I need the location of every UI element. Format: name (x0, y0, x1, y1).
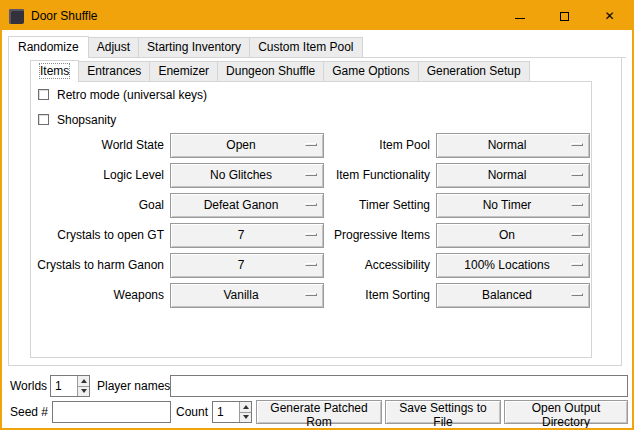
app-icon (9, 9, 24, 24)
tab-dungeon-shuffle[interactable]: Dungeon Shuffle (217, 61, 324, 81)
dropdown-indicator-icon (571, 293, 583, 296)
item-pool-label: Item Pool (320, 133, 430, 158)
worlds-spin-down-button[interactable] (77, 386, 89, 397)
dropdown-indicator-icon (305, 233, 317, 236)
worlds-spin-up-button[interactable] (77, 376, 89, 386)
dropdown-indicator-icon (305, 293, 317, 296)
tab-starting-inventory[interactable]: Starting Inventory (138, 37, 250, 57)
retro-mode-label: Retro mode (universal keys) (57, 88, 207, 103)
world-state-label: World State (32, 133, 164, 158)
accessibility-dropdown[interactable]: 100% Locations (436, 253, 590, 278)
shopsanity-label: Shopsanity (57, 113, 116, 128)
minimize-icon (515, 18, 525, 19)
player-names-label: Player names (97, 379, 170, 393)
tab-adjust[interactable]: Adjust (88, 37, 139, 57)
dropdown-indicator-icon (571, 173, 583, 176)
close-icon: ✕ (604, 10, 614, 22)
arrow-up-icon (243, 405, 249, 409)
crystals-ganon-label: Crystals to harm Ganon (32, 253, 164, 278)
inner-tabbar: Items Entrances Enemizer Dungeon Shuffle… (30, 60, 592, 82)
generate-patched-rom-button[interactable]: Generate Patched Rom (256, 400, 382, 424)
goal-label: Goal (32, 193, 164, 218)
window-title: Door Shuffle (31, 9, 98, 23)
count-spinner[interactable]: 1 (212, 401, 252, 423)
progressive-items-dropdown[interactable]: On (436, 223, 590, 248)
crystals-gt-dropdown[interactable]: 7 (170, 223, 324, 248)
tab-items[interactable]: Items (30, 60, 79, 82)
player-names-input[interactable] (170, 375, 628, 397)
accessibility-label: Accessibility (320, 253, 430, 278)
window-controls: ✕ (497, 2, 632, 30)
dropdown-indicator-icon (571, 233, 583, 236)
arrow-up-icon (81, 379, 87, 383)
worlds-label: Worlds (10, 379, 47, 393)
count-label: Count (176, 405, 208, 419)
outer-tabbar: Randomize Adjust Starting Inventory Cust… (8, 36, 626, 58)
shopsanity-checkbox[interactable] (38, 114, 49, 125)
dropdown-indicator-icon (305, 173, 317, 176)
item-functionality-dropdown[interactable]: Normal (436, 163, 590, 188)
seed-label: Seed # (10, 405, 48, 419)
open-output-directory-button[interactable]: Open Output Directory (504, 400, 628, 424)
progressive-items-label: Progressive Items (320, 223, 430, 248)
crystals-ganon-dropdown[interactable]: 7 (170, 253, 324, 278)
tab-randomize[interactable]: Randomize (8, 36, 89, 58)
save-settings-button[interactable]: Save Settings to File (385, 400, 501, 424)
maximize-button[interactable] (542, 2, 587, 30)
door-shuffle-window: Door Shuffle ✕ Randomize Adjust Starting… (0, 0, 634, 430)
dropdown-indicator-icon (571, 203, 583, 206)
weapons-dropdown[interactable]: Vanilla (170, 283, 324, 308)
minimize-button[interactable] (497, 2, 542, 30)
tab-entrances[interactable]: Entrances (78, 61, 150, 81)
logic-level-dropdown[interactable]: No Glitches (170, 163, 324, 188)
item-pool-dropdown[interactable]: Normal (436, 133, 590, 158)
titlebar[interactable]: Door Shuffle ✕ (2, 2, 632, 30)
dropdown-indicator-icon (571, 143, 583, 146)
seed-input[interactable] (52, 401, 171, 423)
close-button[interactable]: ✕ (587, 2, 632, 30)
count-spin-down-button[interactable] (239, 412, 251, 423)
tab-enemizer[interactable]: Enemizer (149, 61, 218, 81)
tab-game-options[interactable]: Game Options (323, 61, 418, 81)
dropdown-indicator-icon (305, 263, 317, 266)
dropdown-indicator-icon (571, 263, 583, 266)
tab-generation-setup[interactable]: Generation Setup (418, 61, 530, 81)
logic-level-label: Logic Level (32, 163, 164, 188)
item-functionality-label: Item Functionality (320, 163, 430, 188)
timer-setting-label: Timer Setting (320, 193, 430, 218)
retro-mode-checkbox[interactable] (38, 89, 49, 100)
crystals-gt-label: Crystals to open GT (32, 223, 164, 248)
goal-dropdown[interactable]: Defeat Ganon (170, 193, 324, 218)
item-sorting-dropdown[interactable]: Balanced (436, 283, 590, 308)
tab-custom-item-pool[interactable]: Custom Item Pool (249, 37, 362, 57)
world-state-dropdown[interactable]: Open (170, 133, 324, 158)
item-sorting-label: Item Sorting (320, 283, 430, 308)
arrow-down-icon (81, 389, 87, 393)
worlds-spinner[interactable]: 1 (50, 375, 90, 397)
dropdown-indicator-icon (305, 143, 317, 146)
weapons-label: Weapons (32, 283, 164, 308)
maximize-icon (560, 12, 569, 21)
arrow-down-icon (243, 415, 249, 419)
timer-setting-dropdown[interactable]: No Timer (436, 193, 590, 218)
dropdown-indicator-icon (305, 203, 317, 206)
count-spin-up-button[interactable] (239, 402, 251, 412)
